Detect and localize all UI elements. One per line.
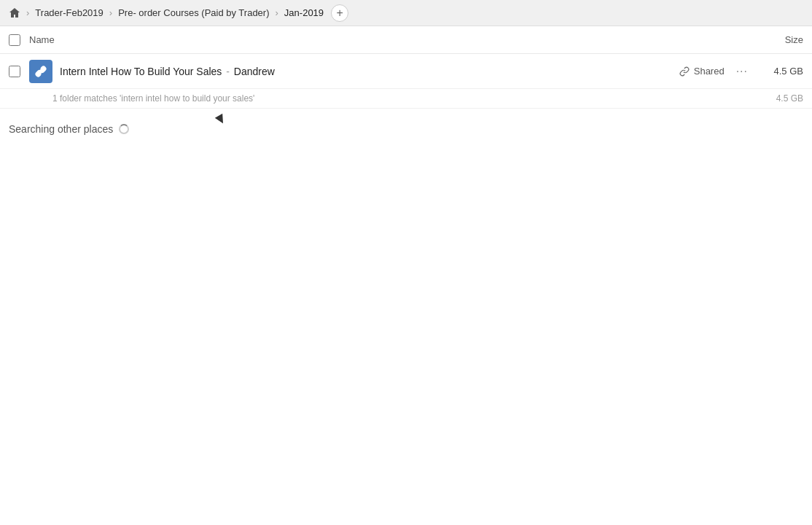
folder-link-icon	[29, 60, 52, 83]
content-area: Name Size Intern Intel How To Build Your…	[0, 26, 812, 525]
file-name-separator: -	[223, 66, 232, 77]
breadcrumb-bar: › Trader-Feb2019 › Pre- order Courses (P…	[0, 0, 812, 26]
loading-spinner	[119, 124, 129, 134]
breadcrumb-item-1[interactable]: Trader-Feb2019	[32, 6, 106, 20]
breadcrumb-separator-3: ›	[276, 7, 278, 18]
breadcrumb-item-2[interactable]: Pre- order Courses (Paid by Trader)	[115, 6, 272, 20]
file-name-main: Intern Intel How To Build Your Sales	[60, 66, 222, 77]
breadcrumb-separator-2: ›	[109, 7, 112, 18]
breadcrumb-separator-1: ›	[26, 7, 29, 18]
file-size: 4.5 GB	[760, 66, 803, 77]
searching-label: Searching other places	[9, 123, 803, 135]
file-row[interactable]: Intern Intel How To Build Your Sales - D…	[0, 54, 812, 89]
searching-section: Searching other places	[0, 109, 812, 149]
file-name: Intern Intel How To Build Your Sales - D…	[60, 66, 679, 77]
match-info-text: 1 folder matches 'intern intel how to bu…	[52, 93, 254, 104]
home-button[interactable]	[9, 7, 20, 19]
add-tab-button[interactable]: +	[331, 4, 348, 22]
more-options-button[interactable]: ···	[736, 65, 748, 78]
breadcrumb-item-current[interactable]: Jan-2019	[281, 6, 327, 20]
column-size-header: Size	[745, 34, 803, 45]
file-name-sub: Dandrew	[234, 66, 275, 77]
column-header: Name Size	[0, 26, 812, 54]
select-all-checkbox[interactable]	[9, 34, 20, 46]
searching-text: Searching other places	[9, 123, 113, 135]
shared-badge: Shared	[679, 66, 725, 77]
column-name-header: Name	[29, 34, 745, 45]
match-size: 4.5 GB	[776, 93, 803, 104]
match-info-bar: 1 folder matches 'intern intel how to bu…	[0, 89, 812, 109]
shared-label: Shared	[694, 66, 725, 77]
file-checkbox[interactable]	[9, 66, 20, 77]
